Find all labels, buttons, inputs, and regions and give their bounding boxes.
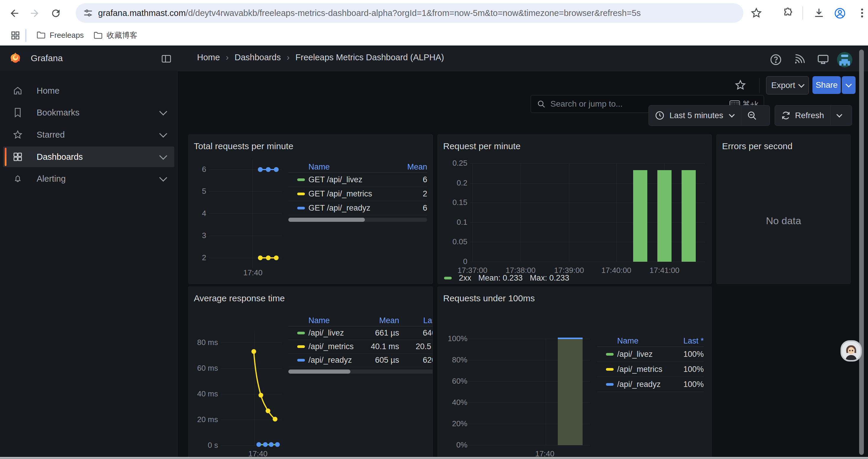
gridline xyxy=(209,214,282,214)
site-settings-icon[interactable] xyxy=(83,8,93,18)
sidebar-item-dashboards[interactable]: Dashboards xyxy=(3,146,174,167)
series-value: 6 xyxy=(394,203,427,213)
dock-menu-icon[interactable] xyxy=(161,54,172,64)
legend-row[interactable]: GET /api/_readyz6 xyxy=(288,201,427,215)
gridline xyxy=(521,163,521,262)
favorite-star-icon[interactable] xyxy=(735,79,746,91)
forward-icon[interactable] xyxy=(29,8,40,19)
chevron-down-icon[interactable] xyxy=(159,130,167,138)
chevron-down-icon[interactable] xyxy=(159,107,167,116)
browser-toolbar: grafana.mathmast.com/d/deytv4rwavabkb/fr… xyxy=(0,0,868,26)
series-value: 100% xyxy=(671,365,704,374)
breadcrumb-current: Freeleaps Metrics Dashboard (ALPHA) xyxy=(296,53,444,62)
legend-scrollbar[interactable] xyxy=(288,218,427,222)
refresh-icon xyxy=(781,110,791,121)
legend-header: NameMean xyxy=(288,161,427,173)
breadcrumb-separator: › xyxy=(286,53,289,62)
legend-row[interactable]: /api/_metrics100% xyxy=(597,362,704,377)
bottom-scrollbar[interactable] xyxy=(0,457,868,459)
x-axis-tick-label: 17:41:00 xyxy=(641,266,688,275)
news-rss-icon[interactable] xyxy=(793,53,805,66)
share-dropdown-button[interactable] xyxy=(842,76,856,94)
bookmark-star-icon[interactable] xyxy=(750,7,762,19)
extensions-icon[interactable] xyxy=(782,7,794,19)
zoom-out-icon[interactable] xyxy=(747,110,757,121)
series-swatch xyxy=(444,277,452,280)
response-time-series xyxy=(188,287,433,459)
browser-menu-icon[interactable] xyxy=(856,7,868,19)
sidebar-item-home[interactable]: Home xyxy=(3,80,174,101)
gridline xyxy=(470,163,705,164)
panel-errors-per-second: Errors per second No data xyxy=(716,134,850,284)
page-scrollbar[interactable] xyxy=(859,50,864,455)
home-icon xyxy=(12,86,24,96)
legend-row[interactable]: GET /api/_metrics2 xyxy=(288,187,427,201)
legend-row[interactable]: /api/_livez100% xyxy=(597,347,704,362)
series-swatch xyxy=(297,207,305,209)
legend-row[interactable]: /api/_readyz100% xyxy=(597,377,704,392)
data-point xyxy=(266,167,271,172)
gridline xyxy=(467,445,590,446)
bar xyxy=(682,170,696,262)
series-value: 100% xyxy=(671,380,704,389)
series-swatch xyxy=(297,178,305,181)
series-name: GET /api/_metrics xyxy=(308,189,394,198)
chevron-down-icon[interactable] xyxy=(159,174,167,182)
breadcrumb-home[interactable]: Home xyxy=(197,53,220,62)
export-button[interactable]: Export xyxy=(766,76,809,95)
reload-icon[interactable] xyxy=(50,8,61,19)
chevron-down-icon xyxy=(836,112,842,118)
bookmark-label: 收藏博客 xyxy=(107,30,137,40)
url-text: grafana.mathmast.com/d/deytv4rwavabkb/fr… xyxy=(98,8,641,18)
clock-icon xyxy=(655,110,665,121)
download-icon[interactable] xyxy=(813,7,825,19)
toolbar-divider xyxy=(759,78,760,93)
divider xyxy=(741,106,741,125)
breadcrumb-dashboards[interactable]: Dashboards xyxy=(235,53,281,62)
data-point xyxy=(274,256,279,260)
bookmark-folder-freeleaps[interactable]: Freeleaps xyxy=(36,30,84,40)
y-axis-tick-label: 5 xyxy=(188,187,206,196)
time-range-picker[interactable]: Last 5 minutes xyxy=(649,105,770,126)
search-icon xyxy=(537,100,546,108)
refresh-button[interactable]: Refresh xyxy=(775,105,852,126)
share-button[interactable]: Share xyxy=(812,76,841,94)
apps-grid-icon[interactable] xyxy=(10,30,21,41)
bar xyxy=(633,170,647,262)
assistant-avatar[interactable] xyxy=(840,340,862,362)
time-range-label: Last 5 minutes xyxy=(670,111,723,120)
panel-average-response-time: Average response time NameMeanLas/api/_l… xyxy=(188,287,433,459)
help-icon[interactable] xyxy=(769,53,782,66)
sidebar-item-bookmarks[interactable]: Bookmarks xyxy=(3,102,174,123)
series-swatch xyxy=(606,383,614,386)
legend-table: NameLast */api/_livez100%/api/_metrics10… xyxy=(597,335,704,392)
chevron-down-icon[interactable] xyxy=(159,152,167,160)
y-axis-tick-label: 6 xyxy=(188,165,206,174)
back-icon[interactable] xyxy=(9,8,20,19)
bookmark-folder-blogs[interactable]: 收藏博客 xyxy=(93,30,137,40)
series-swatch xyxy=(297,193,305,195)
y-axis-tick-label: 0.25 xyxy=(438,159,467,168)
panel-title[interactable]: Total requests per minute xyxy=(194,141,293,151)
url-bar[interactable]: grafana.mathmast.com/d/deytv4rwavabkb/fr… xyxy=(75,3,743,23)
profile-icon[interactable] xyxy=(834,7,846,20)
sidebar-item-alerting[interactable]: Alerting xyxy=(3,168,174,189)
legend-row[interactable]: GET /api/_livez6 xyxy=(288,173,427,187)
bookmarks-divider xyxy=(25,29,26,42)
gridline xyxy=(569,163,569,262)
grafana-logo-icon[interactable] xyxy=(10,52,21,66)
monitor-icon[interactable] xyxy=(816,53,830,66)
sidebar-item-starred[interactable]: Starred xyxy=(3,124,174,145)
series-name: /api/_readyz xyxy=(617,380,671,389)
x-axis-tick-label: 17:37:00 xyxy=(449,266,496,275)
y-axis-tick-label: 2 xyxy=(188,253,206,262)
data-point xyxy=(266,256,271,260)
panel-title[interactable]: Request per minute xyxy=(443,141,521,151)
panel-title[interactable]: Requests under 100ms xyxy=(443,293,535,303)
series-value: 2 xyxy=(394,189,427,198)
y-axis-tick-label: 4 xyxy=(188,209,206,218)
panel-title[interactable]: Errors per second xyxy=(722,141,793,151)
user-avatar[interactable] xyxy=(837,52,852,67)
panel-total-requests-per-minute: Total requests per minute NameMeanGET /a… xyxy=(188,134,433,284)
data-point xyxy=(274,167,279,172)
